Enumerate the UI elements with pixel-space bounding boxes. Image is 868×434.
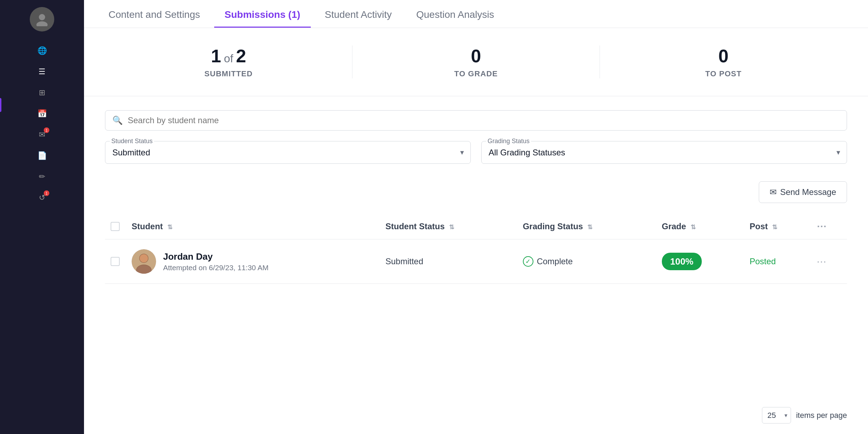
submitted-of: of — [224, 52, 233, 65]
filters-section: 🔍 Student Status Submitted All Statuses … — [84, 96, 868, 178]
svg-point-5 — [140, 254, 148, 262]
tab-content-settings[interactable]: Content and Settings — [98, 9, 211, 28]
row-grade-cell: 100% — [656, 239, 744, 284]
stat-to-grade: 0 TO GRADE — [352, 46, 600, 78]
row-more-cell: ⋯ — [811, 239, 847, 284]
sidebar-icon-doc[interactable]: 📄 — [33, 147, 51, 164]
submitted-label: SUBMITTED — [105, 69, 352, 78]
actions-row: ✉ Send Message — [84, 178, 868, 206]
student-status-label: Student Status — [110, 138, 154, 145]
to-grade-value: 0 — [471, 46, 481, 66]
sidebar-icon-refresh[interactable]: ↺ 1 — [33, 189, 51, 206]
student-status-select[interactable]: Submitted All Statuses Not Started In Pr… — [105, 141, 471, 164]
grading-status-label: Grading Status — [486, 138, 531, 145]
sidebar-icon-globe[interactable]: 🌐 — [33, 42, 51, 59]
table-row: Jordan Day Attempted on 6/29/23, 11:30 A… — [105, 239, 847, 284]
row-more-menu[interactable]: ⋯ — [817, 256, 826, 267]
submissions-table: Student ⇅ Student Status ⇅ Grading Statu… — [105, 214, 847, 284]
sidebar-icon-calendar[interactable]: 📅 — [33, 105, 51, 122]
select-all-checkbox[interactable] — [111, 222, 120, 231]
sidebar-active-indicator — [0, 98, 1, 112]
search-icon: 🔍 — [112, 115, 123, 125]
sidebar: 🌐 ☰ ⊞ 📅 ✉ 1 📄 ✏ ↺ 1 — [0, 0, 84, 434]
col-student-status[interactable]: Student Status ⇅ — [380, 214, 517, 239]
select-all-header — [105, 214, 126, 239]
send-message-button[interactable]: ✉ Send Message — [759, 181, 847, 203]
col-student[interactable]: Student ⇅ — [126, 214, 380, 239]
grade-badge: 100% — [662, 253, 702, 270]
grading-status-value: Complete — [537, 257, 573, 266]
row-student-status-cell: Submitted — [380, 239, 517, 284]
col-post[interactable]: Post ⇅ — [744, 214, 811, 239]
submitted-total: 2 — [236, 46, 246, 66]
student-status-sort-icon: ⇅ — [449, 223, 454, 231]
search-box: 🔍 — [105, 110, 847, 131]
col-grading-status[interactable]: Grading Status ⇅ — [517, 214, 656, 239]
table-header-row: Student ⇅ Student Status ⇅ Grading Statu… — [105, 214, 847, 239]
row-checkbox[interactable] — [111, 257, 120, 266]
stat-submitted: 1 of 2 SUBMITTED — [105, 46, 352, 78]
sidebar-icon-edit[interactable]: ✏ — [33, 168, 51, 186]
dropdowns-row: Student Status Submitted All Statuses No… — [105, 141, 847, 164]
svg-point-0 — [39, 14, 45, 20]
grading-status-sort-icon: ⇅ — [587, 223, 593, 231]
student-status-dropdown: Student Status Submitted All Statuses No… — [105, 141, 471, 164]
grade-sort-icon: ⇅ — [691, 223, 696, 231]
student-name: Jordan Day — [163, 251, 268, 262]
sidebar-icon-mail[interactable]: ✉ 1 — [33, 126, 51, 144]
search-input[interactable] — [128, 115, 840, 125]
col-more: ⋯ — [811, 214, 847, 239]
submitted-value: 1 — [211, 46, 221, 66]
grading-status-dropdown: Grading Status All Grading Statuses Grad… — [481, 141, 847, 164]
post-link[interactable]: Posted — [750, 257, 776, 266]
student-status-value: Submitted — [385, 257, 423, 266]
col-grade[interactable]: Grade ⇅ — [656, 214, 744, 239]
per-page-wrapper: 25 10 50 100 ▼ — [762, 407, 791, 424]
svg-point-1 — [36, 21, 48, 26]
student-date: Attempted on 6/29/23, 11:30 AM — [163, 264, 268, 272]
to-post-value: 0 — [719, 46, 729, 66]
send-message-icon: ✉ — [770, 187, 777, 197]
to-grade-label: TO GRADE — [352, 69, 600, 78]
stats-row: 1 of 2 SUBMITTED 0 TO GRADE 0 TO POST — [84, 28, 868, 96]
student-sort-icon: ⇅ — [167, 223, 173, 231]
tab-bar: Content and Settings Submissions (1) Stu… — [84, 0, 868, 28]
student-avatar — [132, 249, 156, 274]
mail-badge: 1 — [44, 127, 49, 133]
row-post-cell: Posted — [744, 239, 811, 284]
tab-submissions[interactable]: Submissions (1) — [214, 9, 311, 28]
send-message-label: Send Message — [780, 187, 836, 197]
complete-check-icon: ✓ — [523, 256, 533, 267]
sidebar-icon-grid[interactable]: ⊞ — [33, 84, 51, 102]
row-grading-status-cell: ✓ Complete — [517, 239, 656, 284]
table-section: Student ⇅ Student Status ⇅ Grading Statu… — [84, 206, 868, 400]
row-student-cell: Jordan Day Attempted on 6/29/23, 11:30 A… — [126, 239, 380, 284]
row-checkbox-cell — [105, 239, 126, 284]
tab-question-analysis[interactable]: Question Analysis — [406, 9, 505, 28]
more-menu-header[interactable]: ⋯ — [817, 221, 826, 232]
per-page-select[interactable]: 25 10 50 100 — [762, 407, 791, 424]
pagination-row: 25 10 50 100 ▼ items per page — [84, 400, 868, 434]
to-post-label: TO POST — [600, 69, 847, 78]
refresh-badge: 1 — [44, 190, 49, 196]
avatar — [30, 7, 54, 31]
grading-status-select[interactable]: All Grading Statuses Graded Not Graded N… — [481, 141, 847, 164]
post-sort-icon: ⇅ — [772, 223, 777, 231]
main-content: Content and Settings Submissions (1) Stu… — [84, 0, 868, 434]
per-page-label: items per page — [796, 411, 847, 420]
sidebar-icon-menu[interactable]: ☰ — [33, 63, 51, 80]
tab-student-activity[interactable]: Student Activity — [314, 9, 402, 28]
stat-to-post: 0 TO POST — [600, 46, 847, 78]
